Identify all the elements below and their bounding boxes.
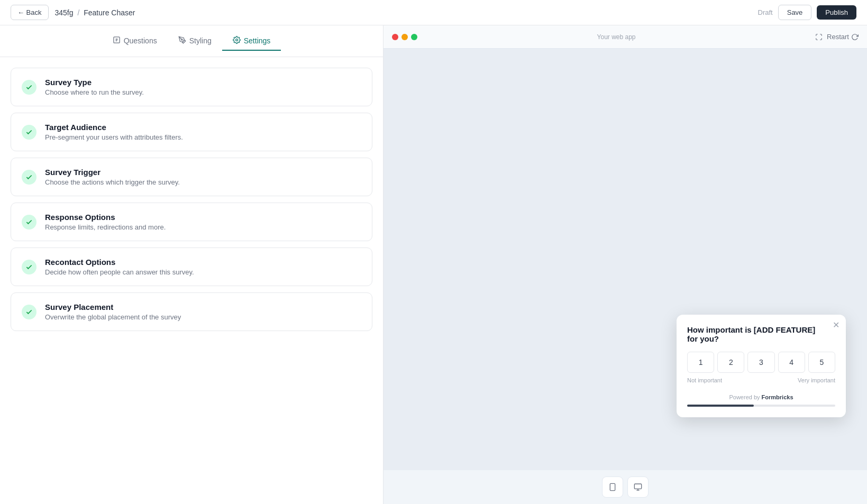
- progress-bar-container: [687, 405, 835, 407]
- desktop-device-button[interactable]: [627, 476, 649, 498]
- popup-close-button[interactable]: ✕: [833, 321, 839, 329]
- svg-point-5: [235, 39, 238, 41]
- setting-title-recontact-options: Recontact Options: [45, 258, 194, 267]
- setting-card-response-options[interactable]: Response Options Response limits, redire…: [11, 203, 372, 241]
- setting-desc-survey-type: Choose where to run the survey.: [45, 88, 144, 96]
- list-icon: [113, 36, 121, 45]
- save-button[interactable]: Save: [778, 5, 812, 20]
- setting-title-target-audience: Target Audience: [45, 123, 183, 132]
- draft-label: Draft: [758, 8, 773, 16]
- setting-text-survey-type: Survey Type Choose where to run the surv…: [45, 78, 144, 96]
- setting-card-recontact-options[interactable]: Recontact Options Decide how often peopl…: [11, 248, 372, 286]
- header-left: ← Back 345fg / Feature Chaser: [11, 5, 135, 20]
- setting-desc-recontact-options: Decide how often people can answer this …: [45, 268, 194, 276]
- mobile-device-button[interactable]: [602, 476, 623, 498]
- breadcrumb-separator: /: [77, 8, 79, 17]
- rating-btn-1[interactable]: 1: [687, 352, 714, 373]
- progress-bar-fill: [687, 405, 754, 407]
- rating-btn-5[interactable]: 5: [808, 352, 835, 373]
- tab-styling[interactable]: Styling: [168, 32, 222, 51]
- breadcrumb-project: 345fg: [55, 8, 74, 17]
- popup-question: How important is [ADD FEATURE] for you?: [687, 325, 835, 343]
- setting-text-response-options: Response Options Response limits, redire…: [45, 213, 166, 231]
- setting-desc-response-options: Response limits, redirections and more.: [45, 223, 166, 231]
- rating-btn-3[interactable]: 3: [747, 352, 774, 373]
- setting-card-target-audience[interactable]: Target Audience Pre-segment your users w…: [11, 113, 372, 151]
- header: ← Back 345fg / Feature Chaser Draft Save…: [0, 0, 867, 25]
- setting-text-survey-placement: Survey Placement Overwrite the global pl…: [45, 303, 181, 321]
- restart-button[interactable]: Restart: [827, 33, 859, 41]
- expand-button[interactable]: [815, 33, 823, 41]
- browser-url: Your web app: [597, 33, 636, 41]
- publish-button[interactable]: Publish: [817, 5, 856, 20]
- rating-buttons: 1 2 3 4 5: [687, 352, 835, 373]
- survey-popup: ✕ How important is [ADD FEATURE] for you…: [677, 315, 846, 417]
- tab-questions-label: Questions: [124, 36, 157, 45]
- svg-point-4: [181, 39, 182, 41]
- check-icon-recontact-options: [22, 260, 36, 274]
- setting-text-survey-trigger: Survey Trigger Choose the actions which …: [45, 168, 180, 186]
- check-icon-survey-type: [22, 80, 36, 95]
- right-panel: Your web app Restart ✕ How important is …: [384, 25, 867, 504]
- setting-card-survey-type[interactable]: Survey Type Choose where to run the surv…: [11, 68, 372, 106]
- tab-questions[interactable]: Questions: [102, 32, 168, 51]
- back-button[interactable]: ← Back: [11, 5, 49, 20]
- left-panel: Questions Styling Settings: [0, 25, 384, 504]
- gear-icon: [233, 36, 241, 45]
- setting-card-survey-placement[interactable]: Survey Placement Overwrite the global pl…: [11, 292, 372, 331]
- restart-label: Restart: [827, 33, 849, 41]
- setting-card-survey-trigger[interactable]: Survey Trigger Choose the actions which …: [11, 158, 372, 196]
- breadcrumb-current: Feature Chaser: [84, 8, 135, 17]
- brand-name: Formbricks: [762, 394, 793, 400]
- setting-desc-target-audience: Pre-segment your users with attributes f…: [45, 133, 183, 141]
- svg-rect-8: [634, 484, 641, 489]
- tabs-bar: Questions Styling Settings: [0, 25, 383, 57]
- brush-icon: [178, 36, 186, 45]
- rating-btn-2[interactable]: 2: [717, 352, 744, 373]
- dot-green: [411, 34, 417, 40]
- check-icon-target-audience: [22, 125, 36, 140]
- browser-dots: [392, 34, 417, 40]
- powered-by: Powered by Formbricks: [687, 394, 835, 400]
- setting-desc-survey-trigger: Choose the actions which trigger the sur…: [45, 178, 180, 186]
- svg-rect-6: [610, 483, 615, 490]
- header-right: Draft Save Publish: [758, 5, 856, 20]
- check-icon-survey-placement: [22, 305, 36, 319]
- setting-title-survey-placement: Survey Placement: [45, 303, 181, 311]
- dot-yellow: [401, 34, 408, 40]
- browser-actions: Restart: [815, 33, 859, 41]
- browser-bar: Your web app Restart: [384, 25, 867, 49]
- settings-content: Survey Type Choose where to run the surv…: [0, 57, 383, 342]
- check-icon-response-options: [22, 215, 36, 230]
- setting-desc-survey-placement: Overwrite the global placement of the su…: [45, 313, 181, 321]
- setting-title-response-options: Response Options: [45, 213, 166, 222]
- setting-text-recontact-options: Recontact Options Decide how often peopl…: [45, 258, 194, 276]
- setting-title-survey-trigger: Survey Trigger: [45, 168, 180, 177]
- breadcrumb: 345fg / Feature Chaser: [55, 8, 135, 17]
- dot-red: [392, 34, 398, 40]
- check-icon-survey-trigger: [22, 170, 36, 185]
- rating-btn-4[interactable]: 4: [778, 352, 805, 373]
- setting-title-survey-type: Survey Type: [45, 78, 144, 87]
- popup-footer: Powered by Formbricks: [687, 394, 835, 407]
- preview-area: ✕ How important is [ADD FEATURE] for you…: [384, 49, 867, 470]
- setting-text-target-audience: Target Audience Pre-segment your users w…: [45, 123, 183, 141]
- tab-styling-label: Styling: [189, 36, 212, 45]
- label-very-important: Very important: [798, 377, 835, 383]
- main-layout: Questions Styling Settings: [0, 25, 867, 504]
- bottom-bar: [384, 470, 867, 504]
- rating-labels: Not important Very important: [687, 377, 835, 383]
- tab-settings-label: Settings: [244, 36, 271, 45]
- label-not-important: Not important: [687, 377, 722, 383]
- tab-settings[interactable]: Settings: [222, 32, 281, 51]
